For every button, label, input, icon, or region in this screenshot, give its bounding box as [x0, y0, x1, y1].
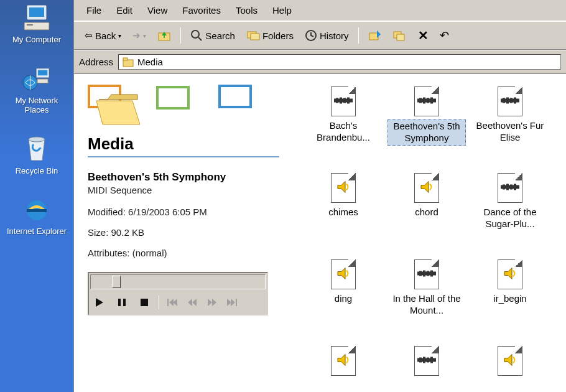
- desktop-icon-recycle-bin[interactable]: Recycle Bin: [16, 134, 58, 176]
- svg-rect-34: [423, 98, 425, 104]
- seek-thumb[interactable]: [112, 276, 121, 288]
- menu-view[interactable]: View: [147, 5, 167, 16]
- toolbar-separator: [180, 27, 181, 44]
- file-item[interactable]: Dance of the Sugar-Plu...: [470, 172, 550, 250]
- svg-rect-44: [506, 184, 509, 190]
- file-icon: [328, 345, 359, 376]
- selected-file-name: Beethoven's 5th Symphony: [88, 171, 279, 184]
- file-grid: Bach's Brandenbu...Beethoven's 5th Symph…: [292, 75, 566, 392]
- file-label: In the Hall of the Mount...: [387, 292, 466, 317]
- speaker-icon: [336, 353, 350, 369]
- svg-rect-30: [343, 98, 346, 103]
- skip-forward-button[interactable]: [225, 294, 239, 310]
- history-icon: [305, 29, 317, 42]
- stop-button[interactable]: [136, 294, 152, 310]
- midi-icon: [334, 96, 353, 107]
- svg-rect-3: [27, 24, 33, 26]
- desktop-icon-my-computer[interactable]: My Computer: [12, 2, 61, 45]
- menu-help[interactable]: Help: [272, 5, 292, 16]
- up-button[interactable]: [153, 27, 175, 44]
- midi-icon: [501, 183, 519, 194]
- file-item[interactable]: Bach's Brandenbu...: [303, 86, 384, 164]
- file-item[interactable]: ir_begin: [470, 259, 550, 337]
- fast-forward-button[interactable]: [205, 294, 219, 310]
- pause-button[interactable]: [114, 294, 130, 310]
- back-button[interactable]: ⇦ Back ▾: [80, 27, 126, 44]
- play-button[interactable]: [91, 294, 108, 310]
- speaker-icon: [503, 267, 517, 282]
- forward-button[interactable]: ➔ ▾: [128, 27, 151, 44]
- copy-to-button[interactable]: [389, 27, 411, 44]
- menu-favorites[interactable]: Favorites: [182, 5, 221, 16]
- svg-rect-39: [506, 98, 509, 104]
- search-icon: [190, 29, 203, 42]
- folder-up-icon: [157, 29, 171, 42]
- forward-arrow-icon: ➔: [132, 30, 141, 41]
- folders-button[interactable]: Folders: [242, 27, 298, 44]
- history-label: History: [320, 30, 349, 41]
- svg-rect-20: [123, 60, 133, 67]
- file-item[interactable]: In the Hall of the Mount...: [386, 259, 467, 337]
- file-label: chord: [412, 206, 441, 219]
- speaker-icon: [420, 180, 434, 196]
- history-button[interactable]: History: [300, 27, 353, 44]
- file-label: ir_begin: [491, 292, 529, 306]
- desktop-icon-network-places[interactable]: My Network Places: [2, 63, 71, 115]
- svg-rect-7: [37, 79, 48, 83]
- address-label: Address: [79, 57, 113, 67]
- file-item[interactable]: [386, 345, 467, 392]
- menu-edit[interactable]: Edit: [116, 5, 132, 16]
- file-item[interactable]: [303, 345, 384, 392]
- svg-rect-40: [510, 98, 513, 103]
- folders-icon: [246, 30, 260, 41]
- address-path: Media: [137, 57, 163, 67]
- address-field[interactable]: Media: [118, 54, 561, 70]
- side-pane-art: [88, 85, 279, 128]
- toolbar-separator: [358, 27, 359, 44]
- menu-file[interactable]: File: [86, 5, 101, 16]
- file-item[interactable]: [470, 345, 550, 392]
- svg-rect-53: [419, 358, 422, 363]
- search-label: Search: [205, 30, 235, 41]
- file-icon: [411, 259, 442, 290]
- my-computer-icon: [22, 2, 52, 32]
- file-icon: [328, 86, 359, 117]
- desktop-icon-label: Recycle Bin: [16, 166, 58, 176]
- ie-icon: [22, 194, 52, 224]
- skip-back-button[interactable]: [165, 294, 179, 310]
- seek-slider[interactable]: [90, 274, 266, 289]
- file-item[interactable]: chord: [386, 172, 467, 250]
- media-player: [88, 272, 268, 315]
- player-separator: [159, 296, 159, 309]
- svg-rect-6: [38, 70, 47, 75]
- undo-button[interactable]: ↶: [435, 26, 453, 45]
- file-label: chimes: [326, 206, 361, 219]
- svg-rect-35: [427, 98, 429, 103]
- selected-file-type: MIDI Sequence: [88, 185, 279, 195]
- menu-tools[interactable]: Tools: [236, 5, 257, 16]
- addressbar: Address Media: [74, 50, 566, 74]
- file-item[interactable]: chimes: [303, 172, 384, 250]
- desktop-icon-ie[interactable]: Internet Explorer: [7, 194, 67, 236]
- move-to-icon: [368, 29, 382, 42]
- svg-rect-21: [123, 58, 128, 60]
- delete-button[interactable]: ✕: [414, 26, 433, 45]
- svg-rect-22: [118, 299, 121, 306]
- svg-rect-55: [427, 358, 429, 363]
- svg-rect-24: [141, 299, 148, 306]
- toolbar: ⇦ Back ▾ ➔ ▾ Search Fol: [74, 21, 566, 50]
- svg-rect-45: [510, 185, 513, 190]
- file-item[interactable]: Beethoven's 5th Symphony: [386, 86, 467, 164]
- svg-point-8: [29, 137, 45, 142]
- file-item[interactable]: ding: [303, 259, 384, 337]
- search-button[interactable]: Search: [186, 27, 239, 44]
- svg-rect-25: [167, 299, 169, 306]
- svg-rect-31: [347, 98, 350, 104]
- file-item[interactable]: Beethoven's Fur Elise: [470, 86, 550, 164]
- svg-rect-1: [29, 7, 44, 17]
- move-to-button[interactable]: [364, 27, 386, 44]
- svg-rect-51: [430, 271, 433, 277]
- selected-size: Size: 90.2 KB: [88, 227, 279, 238]
- svg-rect-17: [369, 33, 378, 40]
- rewind-button[interactable]: [185, 294, 199, 310]
